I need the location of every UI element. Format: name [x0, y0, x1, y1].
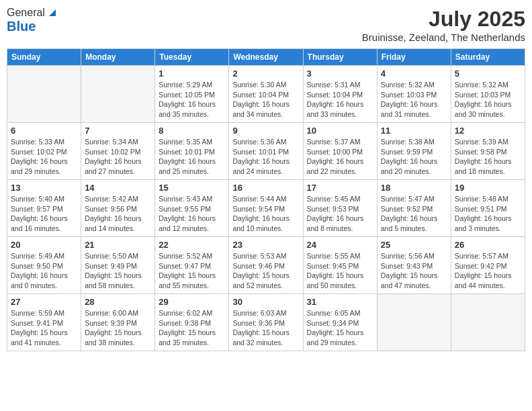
day-cell-9: 9Sunrise: 5:36 AM Sunset: 10:01 PM Dayli…: [229, 123, 303, 180]
empty-cell: [7, 66, 81, 123]
day-cell-20: 20Sunrise: 5:49 AM Sunset: 9:50 PM Dayli…: [7, 237, 81, 294]
empty-cell: [451, 294, 525, 351]
svg-marker-0: [49, 9, 56, 16]
day-info: Sunrise: 6:03 AM Sunset: 9:36 PM Dayligh…: [232, 308, 299, 348]
day-info: Sunrise: 5:32 AM Sunset: 10:03 PM Daylig…: [381, 80, 447, 120]
title-block: July 2025 Bruinisse, Zeeland, The Nether…: [362, 7, 525, 43]
day-info: Sunrise: 5:47 AM Sunset: 9:52 PM Dayligh…: [381, 194, 447, 234]
day-info: Sunrise: 6:00 AM Sunset: 9:39 PM Dayligh…: [85, 308, 151, 348]
day-number: 20: [11, 240, 77, 250]
day-number: 31: [307, 297, 373, 307]
day-number: 6: [11, 126, 77, 136]
day-info: Sunrise: 5:36 AM Sunset: 10:01 PM Daylig…: [232, 137, 299, 177]
day-info: Sunrise: 5:48 AM Sunset: 9:51 PM Dayligh…: [455, 194, 521, 234]
day-cell-1: 1Sunrise: 5:29 AM Sunset: 10:05 PM Dayli…: [155, 66, 229, 123]
day-info: Sunrise: 5:39 AM Sunset: 9:58 PM Dayligh…: [455, 137, 521, 177]
weekday-header-row: SundayMondayTuesdayWednesdayThursdayFrid…: [7, 49, 525, 66]
weekday-header-friday: Friday: [377, 49, 451, 66]
day-number: 8: [159, 126, 225, 136]
day-info: Sunrise: 5:32 AM Sunset: 10:03 PM Daylig…: [455, 80, 521, 120]
day-info: Sunrise: 5:43 AM Sunset: 9:55 PM Dayligh…: [159, 194, 225, 234]
day-cell-24: 24Sunrise: 5:55 AM Sunset: 9:45 PM Dayli…: [303, 237, 377, 294]
day-cell-25: 25Sunrise: 5:56 AM Sunset: 9:43 PM Dayli…: [377, 237, 451, 294]
day-number: 17: [307, 183, 373, 193]
day-info: Sunrise: 5:38 AM Sunset: 9:59 PM Dayligh…: [381, 137, 447, 177]
day-info: Sunrise: 5:42 AM Sunset: 9:56 PM Dayligh…: [85, 194, 151, 234]
day-cell-16: 16Sunrise: 5:44 AM Sunset: 9:54 PM Dayli…: [229, 180, 303, 237]
day-info: Sunrise: 5:37 AM Sunset: 10:00 PM Daylig…: [307, 137, 373, 177]
day-cell-15: 15Sunrise: 5:43 AM Sunset: 9:55 PM Dayli…: [155, 180, 229, 237]
weekday-header-sunday: Sunday: [7, 49, 81, 66]
day-number: 1: [159, 68, 225, 79]
day-number: 4: [381, 68, 447, 79]
day-cell-3: 3Sunrise: 5:31 AM Sunset: 10:04 PM Dayli…: [303, 66, 377, 123]
weekday-header-wednesday: Wednesday: [229, 49, 303, 66]
weekday-header-thursday: Thursday: [303, 49, 377, 66]
day-cell-29: 29Sunrise: 6:02 AM Sunset: 9:38 PM Dayli…: [155, 294, 229, 351]
day-cell-11: 11Sunrise: 5:38 AM Sunset: 9:59 PM Dayli…: [377, 123, 451, 180]
day-number: 30: [232, 297, 299, 307]
day-number: 3: [307, 68, 373, 79]
day-info: Sunrise: 5:29 AM Sunset: 10:05 PM Daylig…: [159, 80, 225, 120]
day-cell-10: 10Sunrise: 5:37 AM Sunset: 10:00 PM Dayl…: [303, 123, 377, 180]
day-cell-31: 31Sunrise: 6:05 AM Sunset: 9:34 PM Dayli…: [303, 294, 377, 351]
day-number: 12: [455, 126, 521, 136]
calendar: SundayMondayTuesdayWednesdayThursdayFrid…: [7, 48, 525, 351]
day-cell-23: 23Sunrise: 5:53 AM Sunset: 9:46 PM Dayli…: [229, 237, 303, 294]
day-number: 15: [159, 183, 225, 193]
day-info: Sunrise: 5:49 AM Sunset: 9:50 PM Dayligh…: [11, 251, 77, 291]
day-cell-28: 28Sunrise: 6:00 AM Sunset: 9:39 PM Dayli…: [81, 294, 155, 351]
day-info: Sunrise: 5:30 AM Sunset: 10:04 PM Daylig…: [232, 80, 299, 120]
week-row-1: 1Sunrise: 5:29 AM Sunset: 10:05 PM Dayli…: [7, 66, 525, 123]
logo-arrow-icon: [46, 7, 58, 19]
week-row-3: 13Sunrise: 5:40 AM Sunset: 9:57 PM Dayli…: [7, 180, 525, 237]
day-number: 19: [455, 183, 521, 193]
day-number: 14: [85, 183, 151, 193]
week-row-5: 27Sunrise: 5:59 AM Sunset: 9:41 PM Dayli…: [7, 294, 525, 351]
day-cell-18: 18Sunrise: 5:47 AM Sunset: 9:52 PM Dayli…: [377, 180, 451, 237]
empty-cell: [81, 66, 155, 123]
weekday-header-saturday: Saturday: [451, 49, 525, 66]
day-number: 22: [159, 240, 225, 250]
day-cell-7: 7Sunrise: 5:34 AM Sunset: 10:02 PM Dayli…: [81, 123, 155, 180]
day-cell-12: 12Sunrise: 5:39 AM Sunset: 9:58 PM Dayli…: [451, 123, 525, 180]
day-number: 9: [232, 126, 299, 136]
day-info: Sunrise: 5:31 AM Sunset: 10:04 PM Daylig…: [307, 80, 373, 120]
day-number: 29: [159, 297, 225, 307]
day-info: Sunrise: 6:02 AM Sunset: 9:38 PM Dayligh…: [159, 308, 225, 348]
day-number: 28: [85, 297, 151, 307]
day-cell-17: 17Sunrise: 5:45 AM Sunset: 9:53 PM Dayli…: [303, 180, 377, 237]
day-info: Sunrise: 5:45 AM Sunset: 9:53 PM Dayligh…: [307, 194, 373, 234]
day-number: 5: [455, 68, 521, 79]
day-number: 10: [307, 126, 373, 136]
logo-blue: Blue: [7, 19, 36, 34]
weekday-header-tuesday: Tuesday: [155, 49, 229, 66]
empty-cell: [377, 294, 451, 351]
day-cell-26: 26Sunrise: 5:57 AM Sunset: 9:42 PM Dayli…: [451, 237, 525, 294]
day-number: 25: [381, 240, 447, 250]
day-cell-13: 13Sunrise: 5:40 AM Sunset: 9:57 PM Dayli…: [7, 180, 81, 237]
day-number: 24: [307, 240, 373, 250]
day-cell-14: 14Sunrise: 5:42 AM Sunset: 9:56 PM Dayli…: [81, 180, 155, 237]
day-number: 27: [11, 297, 77, 307]
day-cell-2: 2Sunrise: 5:30 AM Sunset: 10:04 PM Dayli…: [229, 66, 303, 123]
day-number: 18: [381, 183, 447, 193]
day-info: Sunrise: 6:05 AM Sunset: 9:34 PM Dayligh…: [307, 308, 373, 348]
day-number: 16: [232, 183, 299, 193]
day-info: Sunrise: 5:44 AM Sunset: 9:54 PM Dayligh…: [232, 194, 299, 234]
logo: General Blue: [7, 7, 58, 34]
day-info: Sunrise: 5:35 AM Sunset: 10:01 PM Daylig…: [159, 137, 225, 177]
day-cell-4: 4Sunrise: 5:32 AM Sunset: 10:03 PM Dayli…: [377, 66, 451, 123]
day-number: 13: [11, 183, 77, 193]
day-info: Sunrise: 5:50 AM Sunset: 9:49 PM Dayligh…: [85, 251, 151, 291]
day-cell-30: 30Sunrise: 6:03 AM Sunset: 9:36 PM Dayli…: [229, 294, 303, 351]
day-number: 7: [85, 126, 151, 136]
day-info: Sunrise: 5:34 AM Sunset: 10:02 PM Daylig…: [85, 137, 151, 177]
day-number: 11: [381, 126, 447, 136]
day-info: Sunrise: 5:56 AM Sunset: 9:43 PM Dayligh…: [381, 251, 447, 291]
header: General Blue July 2025 Bruinisse, Zeelan…: [7, 7, 525, 43]
day-number: 23: [232, 240, 299, 250]
day-info: Sunrise: 5:52 AM Sunset: 9:47 PM Dayligh…: [159, 251, 225, 291]
location: Bruinisse, Zeeland, The Netherlands: [362, 32, 525, 43]
day-cell-19: 19Sunrise: 5:48 AM Sunset: 9:51 PM Dayli…: [451, 180, 525, 237]
